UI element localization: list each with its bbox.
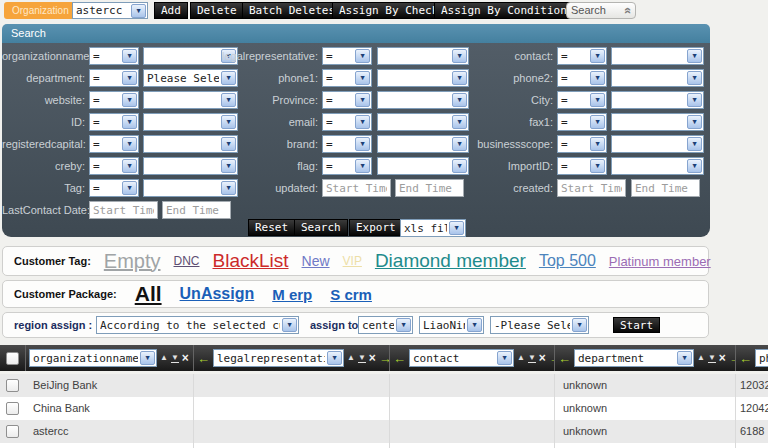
created-start-input[interactable]: [557, 179, 626, 197]
fax1-op-select[interactable]: =▼: [557, 113, 607, 131]
legalrepresentative-op-select[interactable]: =▼: [322, 47, 372, 65]
column-select-contact[interactable]: contact▼: [409, 349, 514, 367]
chevron-down-icon: ▼: [282, 318, 297, 332]
sort-descending-icon[interactable]: ▼: [171, 354, 179, 363]
assign-province-select[interactable]: LiaoNing ▼: [419, 316, 484, 334]
table-row-partial[interactable]: [0, 443, 768, 448]
cell-contact: [389, 397, 554, 420]
package-link-all[interactable]: All: [135, 282, 162, 306]
row-checkbox[interactable]: [6, 379, 19, 392]
move-column-left-icon[interactable]: ←: [197, 352, 210, 365]
phone2-op-select[interactable]: =▼: [557, 69, 607, 87]
tag-link-vip[interactable]: VIP: [343, 254, 362, 268]
sort-ascending-icon[interactable]: ▲: [517, 354, 525, 362]
filter-label-importid: ImportID:: [430, 157, 553, 175]
package-link-m-erp[interactable]: M erp: [272, 286, 312, 303]
tag-link-blacklist[interactable]: BlackList: [213, 250, 289, 272]
lastcontact-end-input[interactable]: [162, 201, 231, 219]
move-column-left-icon[interactable]: ←: [739, 352, 752, 365]
department-op-select[interactable]: =▼: [89, 69, 139, 87]
move-column-left-icon[interactable]: ←: [558, 352, 571, 365]
package-link-s-crm[interactable]: S crm: [330, 286, 372, 303]
remove-column-icon[interactable]: ×: [539, 352, 546, 364]
start-button[interactable]: Start: [613, 317, 660, 333]
tag-link-new[interactable]: New: [302, 253, 330, 269]
move-column-right-icon[interactable]: →: [379, 352, 389, 365]
importid-value-select[interactable]: ▼: [611, 157, 704, 175]
assign-by-check-button[interactable]: Assign By Check: [332, 2, 445, 19]
assign-by-conditions-button[interactable]: Assign By Conditions: [434, 2, 580, 19]
assign-center-select[interactable]: center ▼: [358, 316, 413, 334]
updated-start-input[interactable]: [322, 179, 391, 197]
organization-select[interactable]: astercc ▼: [72, 2, 148, 19]
fax1-value-select[interactable]: ▼: [611, 113, 704, 131]
tag-op-select[interactable]: =▼: [89, 179, 139, 197]
id-op-select[interactable]: =▼: [89, 113, 139, 131]
sort-ascending-icon[interactable]: ▲: [160, 354, 168, 362]
column-select-legalrepresentative[interactable]: legalrepresentative▼: [213, 349, 344, 367]
filter-label-brand: brand:: [200, 135, 318, 153]
province-op-select[interactable]: =▼: [322, 91, 372, 109]
add-button[interactable]: Add: [154, 2, 188, 19]
flag-op-select[interactable]: =▼: [322, 157, 372, 175]
table-row[interactable]: astercc unknown 6188: [0, 420, 768, 443]
move-column-left-icon[interactable]: ←: [393, 352, 406, 365]
column-select-organizationname[interactable]: organizationname▼: [29, 349, 157, 367]
remove-column-icon[interactable]: ×: [182, 352, 189, 364]
phone2-value-select[interactable]: ▼: [611, 69, 704, 87]
organization-tab[interactable]: Organization: [4, 2, 77, 19]
search-collapse-toggle[interactable]: Search «: [566, 2, 636, 19]
tag-link-diamond-member[interactable]: Diamond member: [375, 250, 526, 272]
lastcontact-start-input[interactable]: [89, 201, 158, 219]
filter-label-creby: creby:: [2, 157, 85, 175]
table-row[interactable]: BeiJing Bank unknown 120320: [0, 374, 768, 397]
contact-op-select[interactable]: =▼: [557, 47, 607, 65]
batch-deletes-button[interactable]: Batch Deletes: [242, 2, 342, 19]
remove-column-icon[interactable]: ×: [719, 352, 726, 364]
sort-descending-icon[interactable]: ▼: [708, 354, 716, 363]
package-link-unassign[interactable]: UnAssign: [180, 285, 255, 303]
cell-legalrepresentative: [193, 374, 389, 397]
delete-button[interactable]: Delete: [190, 2, 244, 19]
tag-link-platinum-member[interactable]: Platinum member: [609, 254, 711, 269]
sort-descending-icon[interactable]: ▼: [358, 354, 366, 363]
chevron-down-icon: ▼: [687, 71, 702, 85]
reset-button[interactable]: Reset: [248, 219, 295, 236]
assign-agent-select[interactable]: -Please Select- ▼: [490, 316, 589, 334]
tag-link-dnc[interactable]: DNC: [174, 254, 200, 268]
row-checkbox[interactable]: [6, 425, 19, 438]
column-select-phone[interactable]: pho▼: [755, 349, 768, 367]
businessscope-op-select[interactable]: =▼: [557, 135, 607, 153]
column-select-department[interactable]: department▼: [574, 349, 694, 367]
tag-link-empty[interactable]: Empty: [104, 250, 161, 273]
row-checkbox[interactable]: [6, 402, 19, 415]
website-op-select[interactable]: =▼: [89, 91, 139, 109]
sort-ascending-icon[interactable]: ▲: [697, 354, 705, 362]
chevron-down-icon: ▼: [355, 49, 370, 63]
organizationname-op-select[interactable]: =▼: [89, 47, 139, 65]
export-format-select[interactable]: xls file ▼: [400, 219, 466, 237]
search-panel-header[interactable]: Search: [2, 24, 710, 43]
remove-column-icon[interactable]: ×: [369, 352, 376, 364]
email-op-select[interactable]: =▼: [322, 113, 372, 131]
contact-value-select[interactable]: ▼: [611, 47, 704, 65]
search-button[interactable]: Search: [294, 219, 348, 236]
brand-op-select[interactable]: =▼: [322, 135, 372, 153]
businessscope-value-select[interactable]: ▼: [611, 135, 704, 153]
phone1-op-select[interactable]: =▼: [322, 69, 372, 87]
creby-op-select[interactable]: =▼: [89, 157, 139, 175]
sort-descending-icon[interactable]: ▼: [528, 354, 536, 363]
importid-op-select[interactable]: =▼: [557, 157, 607, 175]
city-value-select[interactable]: ▼: [611, 91, 704, 109]
sort-ascending-icon[interactable]: ▲: [347, 354, 355, 362]
registeredcapital-op-select[interactable]: =▼: [89, 135, 139, 153]
chevron-down-icon: ▼: [122, 137, 137, 151]
table-row[interactable]: China Bank unknown 120426: [0, 397, 768, 420]
chevron-down-icon: ▼: [396, 318, 411, 332]
city-op-select[interactable]: =▼: [557, 91, 607, 109]
select-all-checkbox[interactable]: [6, 352, 19, 365]
export-button[interactable]: Export: [349, 219, 403, 236]
assign-method-select[interactable]: According to the selected customer ▼: [96, 316, 299, 334]
created-end-input[interactable]: [631, 179, 700, 197]
tag-link-top-500[interactable]: Top 500: [539, 252, 596, 270]
